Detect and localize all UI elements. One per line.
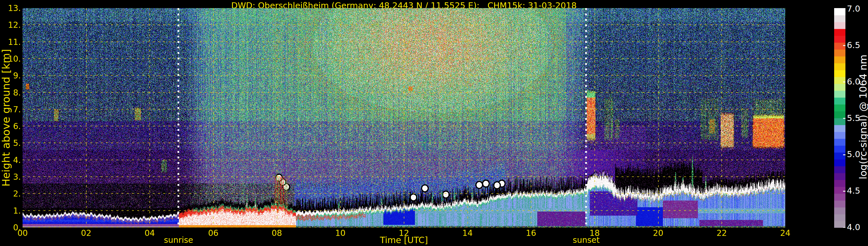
colorbar-tick-label: 4.0: [847, 222, 860, 232]
y-tick-label: 7.: [0, 104, 21, 114]
ceilometer-quicklook-page: { "title": "DWD: Oberschleißheim (German…: [0, 0, 868, 246]
y-tick-label: 3.: [0, 172, 21, 182]
y-tick-label: 1.: [0, 206, 21, 215]
x-tick-label: 02: [81, 228, 91, 238]
y-tick-label: 12.: [0, 20, 21, 30]
x-tick-label: 04: [145, 228, 155, 238]
y-tick-label: 0.: [0, 223, 21, 233]
y-tick-label: 9.: [0, 71, 21, 81]
x-tick-label: 10: [335, 228, 346, 238]
heatmap-canvas: [23, 8, 785, 227]
x-tick-label: 12: [399, 228, 409, 238]
y-tick-label: 6.: [0, 122, 21, 131]
x-tick-label: 22: [717, 228, 727, 238]
colorbar-tick-label: 4.5: [847, 186, 860, 196]
y-tick-label: 11.: [0, 37, 21, 47]
colorbar-tick-label: 6.5: [847, 40, 860, 50]
x-tick-label: 20: [653, 228, 663, 238]
y-tick-label: 4.: [0, 155, 21, 165]
x-tick-label: 18: [589, 228, 600, 238]
y-tick-label: 8.: [0, 88, 21, 97]
x-tick-label: 24: [780, 228, 790, 238]
x-tick-label: 14: [462, 228, 473, 238]
y-tick-label: 10.: [0, 54, 21, 63]
colorbar-tick-label: 7.0: [847, 4, 860, 13]
y-axis-label: Height above ground [km]: [0, 49, 12, 186]
colorbar-tick-label: 5.5: [847, 113, 860, 123]
x-tick-label: 08: [272, 228, 282, 238]
colorbar-tick-label: 5.0: [847, 149, 860, 159]
y-tick-label: 13.: [0, 3, 21, 13]
colorbar-tick-label: 6.0: [847, 77, 860, 87]
x-tick-label: 06: [208, 228, 218, 238]
sunrise-label: sunrise: [164, 235, 193, 245]
x-tick-label: 16: [526, 228, 536, 238]
colorbar: [834, 8, 845, 228]
y-tick-label: 2.: [0, 189, 21, 198]
y-tick-label: 5.: [0, 139, 21, 148]
